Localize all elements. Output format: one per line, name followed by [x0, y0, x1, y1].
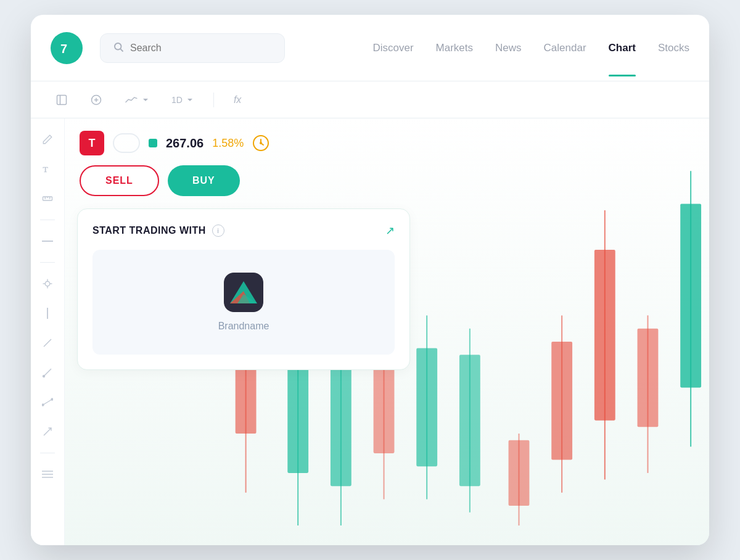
chart-area: T 267.06 1.58% [65, 118, 709, 545]
svg-rect-51 [509, 440, 530, 506]
nav-markets[interactable]: Markets [436, 42, 473, 54]
svg-rect-3 [57, 95, 67, 104]
sell-button[interactable]: SELL [80, 165, 159, 196]
broker-name: Brandname [218, 321, 269, 332]
svg-point-24 [42, 404, 44, 406]
search-input[interactable] [130, 43, 272, 54]
clock-icon [252, 134, 269, 152]
svg-point-1 [115, 43, 121, 50]
trading-card-title-text: START TRADING WITH [92, 225, 206, 236]
svg-rect-57 [638, 329, 659, 427]
svg-point-22 [43, 376, 45, 377]
left-tools-sidebar: T [31, 118, 65, 545]
timeframe-button[interactable]: 1D [166, 93, 199, 107]
main-content: T [31, 118, 709, 545]
ray-tool[interactable] [39, 364, 56, 381]
sidebar-toggle-button[interactable] [51, 91, 73, 109]
svg-text:T: T [43, 165, 49, 174]
ruler-tool[interactable] [39, 190, 56, 207]
arrow-tool[interactable] [39, 423, 56, 440]
svg-line-26 [44, 428, 51, 435]
pencil-tool[interactable] [39, 131, 56, 148]
trading-card-header: START TRADING WITH i ↗ [92, 224, 395, 237]
horizontal-line-tool[interactable] [39, 233, 56, 250]
overlay-panel: T 267.06 1.58% [77, 131, 410, 370]
svg-rect-53 [551, 342, 572, 460]
trade-buttons: SELL BUY [77, 165, 410, 196]
external-link-icon[interactable]: ↗ [385, 224, 395, 237]
svg-rect-59 [680, 204, 701, 387]
multi-line-tool[interactable] [39, 466, 56, 483]
tool-divider-3 [40, 453, 55, 453]
crosshair-tool[interactable] [39, 275, 56, 292]
timeframe-label: 1D [171, 95, 183, 105]
svg-rect-47 [416, 348, 437, 467]
header: 7 Discover Markets News Calendar Chart S… [31, 15, 709, 81]
tool-divider-2 [40, 262, 55, 263]
buy-button[interactable]: BUY [168, 165, 240, 196]
app-logo[interactable]: 7 [51, 32, 83, 64]
svg-line-20 [44, 339, 51, 347]
trend-line-tool[interactable] [39, 334, 56, 352]
broker-card[interactable]: Brandname [92, 250, 395, 355]
stock-header: T 267.06 1.58% [77, 131, 410, 155]
nav-news[interactable]: News [495, 42, 522, 54]
extended-line-tool[interactable] [39, 393, 56, 411]
app-container: 7 Discover Markets News Calendar Chart S… [31, 15, 709, 545]
svg-line-21 [44, 369, 51, 376]
chart-type-button[interactable] [120, 92, 154, 108]
svg-point-33 [260, 142, 262, 144]
fx-button[interactable]: fx [229, 92, 246, 108]
tesla-logo: T [80, 131, 104, 155]
stock-price: 267.06 [166, 136, 204, 150]
svg-rect-45 [374, 368, 395, 453]
fx-label: fx [234, 94, 241, 105]
stock-change-percent: 1.58% [212, 137, 244, 150]
svg-point-14 [45, 281, 50, 286]
broker-logo [224, 273, 263, 312]
stock-label-pill [113, 133, 140, 153]
svg-text:7: 7 [60, 42, 67, 56]
main-nav: Discover Markets News Calendar Chart Sto… [372, 42, 689, 54]
svg-line-2 [120, 49, 123, 51]
search-bar[interactable] [100, 33, 285, 63]
search-icon [113, 41, 124, 55]
tool-divider-1 [40, 220, 55, 220]
text-tool[interactable]: T [39, 160, 56, 178]
chart-toolbar: 1D fx [31, 81, 709, 118]
nav-stocks[interactable]: Stocks [658, 42, 689, 54]
svg-line-23 [43, 400, 52, 405]
nav-discover[interactable]: Discover [372, 42, 413, 54]
svg-rect-49 [459, 355, 480, 486]
trading-card: START TRADING WITH i ↗ [77, 208, 410, 370]
svg-point-25 [51, 398, 53, 400]
stock-status-dot [149, 139, 157, 147]
nav-calendar[interactable]: Calendar [544, 42, 586, 54]
add-indicator-button[interactable] [85, 91, 107, 109]
svg-rect-43 [331, 361, 352, 486]
info-icon[interactable]: i [212, 224, 224, 237]
svg-rect-55 [594, 250, 615, 421]
trading-card-title: START TRADING WITH i [92, 224, 224, 237]
nav-chart[interactable]: Chart [609, 42, 636, 54]
vertical-line-tool[interactable] [39, 305, 56, 322]
toolbar-divider [213, 93, 214, 107]
